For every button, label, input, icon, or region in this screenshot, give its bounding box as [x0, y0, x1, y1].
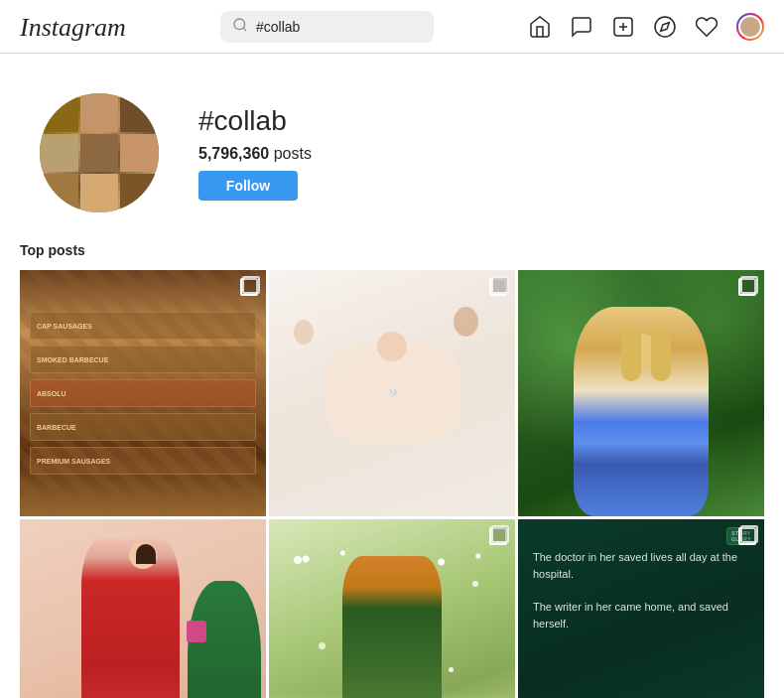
svg-point-5 [655, 17, 675, 37]
follow-button[interactable]: Follow [198, 171, 298, 201]
profile-avatar-nav[interactable] [736, 13, 764, 41]
search-icon [232, 17, 248, 37]
quote-text-1: The doctor in her saved lives all day at… [533, 549, 749, 582]
svg-marker-6 [661, 22, 669, 30]
multiple-posts-icon [738, 278, 756, 296]
add-post-icon[interactable] [611, 15, 635, 39]
top-posts-section: Top posts CAP SAUSAGES SMOKED BARBECUE A… [0, 242, 784, 698]
heart-icon[interactable] [695, 15, 719, 39]
post-item[interactable] [518, 270, 764, 516]
hashtag-avatar [40, 93, 159, 212]
posts-grid: CAP SAUSAGES SMOKED BARBECUE ABSOLU BARB… [20, 270, 764, 698]
avatar-image [40, 93, 159, 212]
instagram-logo[interactable]: Instagram [20, 11, 126, 43]
navbar: Instagram [0, 0, 784, 54]
multiple-posts-icon [738, 527, 756, 545]
hashtag-profile: #collab 5,796,360 posts Follow [0, 54, 784, 242]
messenger-icon[interactable] [570, 15, 593, 39]
post-item[interactable]: 🤍 [269, 270, 515, 516]
top-posts-label: Top posts [20, 242, 764, 258]
home-icon[interactable] [528, 15, 552, 39]
hashtag-info: #collab 5,796,360 posts Follow [198, 105, 312, 201]
post-item[interactable] [20, 519, 266, 698]
posts-count: 5,796,360 posts [198, 145, 312, 163]
hashtag-title: #collab [198, 105, 312, 137]
svg-line-1 [243, 28, 246, 31]
multiple-posts-icon [489, 527, 507, 545]
search-input[interactable] [256, 19, 422, 35]
search-bar[interactable] [220, 11, 434, 43]
post-item[interactable] [269, 519, 515, 698]
post-item[interactable]: CAP SAUSAGES SMOKED BARBECUE ABSOLU BARB… [20, 270, 266, 516]
navbar-icons [528, 13, 764, 41]
post-item[interactable]: The doctor in her saved lives all day at… [518, 519, 764, 698]
multiple-posts-icon [240, 278, 258, 296]
svg-point-0 [234, 19, 245, 30]
quote-text-2: The writer in her came home, and saved h… [533, 599, 749, 631]
explore-icon[interactable] [653, 15, 677, 39]
multiple-posts-icon [489, 278, 507, 296]
